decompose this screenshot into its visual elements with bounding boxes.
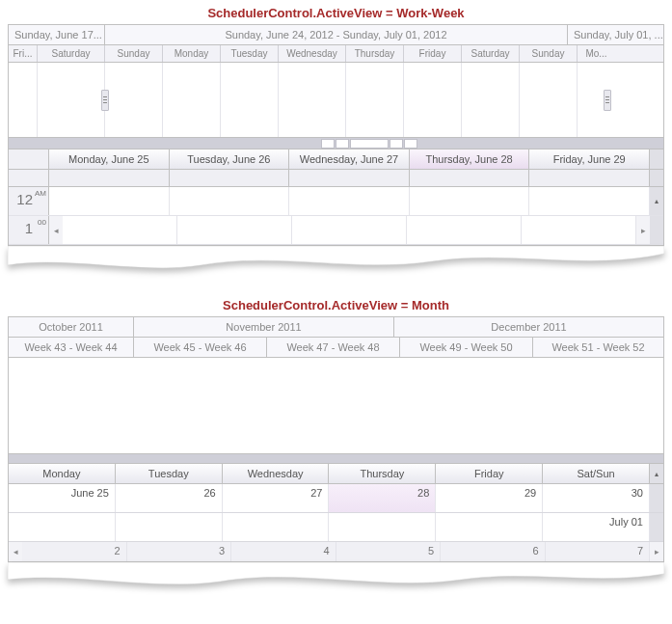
scrollbar-track[interactable] xyxy=(650,484,663,512)
month-row[interactable]: July 01 xyxy=(9,513,663,542)
month-range-cell[interactable]: November 2011 xyxy=(134,317,394,337)
month-cell[interactable] xyxy=(329,513,436,541)
month-cell[interactable]: 3 xyxy=(127,542,232,561)
workweek-day-header[interactable]: Tuesday, June 26 xyxy=(170,149,290,169)
month-cell[interactable]: 29 xyxy=(436,484,543,512)
month-day-header[interactable]: Monday xyxy=(9,464,116,483)
workweek-day-header[interactable]: Wednesday, June 27 xyxy=(289,149,410,169)
workweek-day-header[interactable]: Monday, June 25 xyxy=(49,149,170,169)
month-week-cell[interactable]: Week 49 - Week 50 xyxy=(400,338,533,357)
month-cell[interactable]: 30 xyxy=(543,484,650,512)
timeline-day-cell[interactable]: Thursday xyxy=(346,45,404,62)
month-cell[interactable]: 27 xyxy=(223,484,330,512)
month-cell[interactable]: 6 xyxy=(441,542,546,561)
timeline-body-cell[interactable] xyxy=(105,63,163,137)
scrollbar-track[interactable] xyxy=(650,216,663,244)
timeline-nav-fwd-button[interactable] xyxy=(404,139,417,149)
workweek-body-cell[interactable] xyxy=(289,187,410,215)
workweek-range-cell[interactable]: Sunday, June 24, 2012 - Sunday, July 01,… xyxy=(105,25,568,44)
month-prev-arrow[interactable]: ◂ xyxy=(9,542,22,561)
workweek-body-cell[interactable] xyxy=(407,216,522,244)
month-cell[interactable]: July 01 xyxy=(543,513,650,541)
workweek-time-grid[interactable]: 12AM▴100◂▸ xyxy=(9,187,663,245)
workweek-body-cell[interactable] xyxy=(522,216,636,244)
month-week-cell[interactable]: Week 47 - Week 48 xyxy=(267,338,400,357)
month-week-cell[interactable]: Week 51 - Week 52 xyxy=(533,338,663,357)
timeline-body-cell[interactable] xyxy=(346,63,404,137)
next-day-button[interactable]: ▸ xyxy=(636,216,650,244)
timeline-body-cell[interactable] xyxy=(279,63,346,137)
month-cell[interactable] xyxy=(223,513,330,541)
month-next-arrow[interactable]: ▸ xyxy=(650,542,663,561)
timeline-day-cell[interactable]: Sunday xyxy=(105,45,163,62)
workweek-allday-row[interactable] xyxy=(9,170,663,187)
month-range-cell[interactable]: December 2011 xyxy=(394,317,663,337)
workweek-range-cell[interactable]: Sunday, June 17... xyxy=(9,25,105,44)
timeline-resize-handle-right[interactable] xyxy=(604,90,611,111)
workweek-range-cell[interactable]: Sunday, July 01, ... xyxy=(568,25,663,44)
timeline-nav-prev-button[interactable] xyxy=(336,139,349,149)
prev-day-button[interactable]: ◂ xyxy=(49,216,63,244)
timeline-day-cell[interactable]: Mo... xyxy=(578,45,615,62)
workweek-body-cell[interactable] xyxy=(170,187,290,215)
workweek-body-cell[interactable] xyxy=(177,216,292,244)
month-day-header[interactable]: Tuesday xyxy=(116,464,223,483)
scroll-up-button[interactable]: ▴ xyxy=(650,464,663,483)
month-day-header[interactable]: Thursday xyxy=(329,464,436,483)
month-day-header[interactable]: Friday xyxy=(436,464,543,483)
workweek-body-cell[interactable] xyxy=(529,187,650,215)
month-week-cell[interactable]: Week 45 - Week 46 xyxy=(134,338,267,357)
timeline-resize-handle-left[interactable] xyxy=(101,90,109,111)
timeline-nav-thumb[interactable] xyxy=(350,139,389,149)
month-cell[interactable]: 28 xyxy=(329,484,436,512)
month-day-header[interactable]: Wednesday xyxy=(223,464,330,483)
workweek-allday-cell[interactable] xyxy=(529,170,650,186)
workweek-allday-cell[interactable] xyxy=(170,170,290,186)
month-cell[interactable]: 7 xyxy=(546,542,651,561)
timeline-day-cell[interactable]: Wednesday xyxy=(279,45,346,62)
workweek-allday-cell[interactable] xyxy=(49,170,170,186)
timeline-nav-back-button[interactable] xyxy=(321,139,335,149)
month-grid[interactable]: June 252627282930July 01 xyxy=(9,484,663,542)
month-cell[interactable]: 2 xyxy=(22,542,127,561)
month-day-header[interactable]: Sat/Sun xyxy=(543,464,650,483)
month-cell[interactable] xyxy=(9,513,116,541)
timeline-day-cell[interactable]: Sunday xyxy=(520,45,578,62)
workweek-time-row[interactable]: 100◂▸ xyxy=(9,216,663,245)
month-cell[interactable] xyxy=(116,513,223,541)
month-cell[interactable] xyxy=(436,513,543,541)
month-cell[interactable]: 26 xyxy=(116,484,223,512)
timeline-body-cell[interactable] xyxy=(462,63,520,137)
timeline-day-cell[interactable]: Tuesday xyxy=(221,45,279,62)
month-timeline-body[interactable] xyxy=(9,358,663,454)
month-range-cell[interactable]: October 2011 xyxy=(9,317,134,337)
timeline-body-cell[interactable] xyxy=(404,63,462,137)
month-cell[interactable]: 4 xyxy=(231,542,336,561)
workweek-body-cell[interactable] xyxy=(292,216,407,244)
timeline-day-cell[interactable]: Saturday xyxy=(462,45,520,62)
scroll-up-button[interactable]: ▴ xyxy=(650,187,663,215)
workweek-timeline-body[interactable] xyxy=(9,63,663,138)
timeline-body-cell[interactable] xyxy=(221,63,279,137)
workweek-day-header[interactable]: Thursday, June 28 xyxy=(410,149,530,169)
workweek-body-cell[interactable] xyxy=(63,216,177,244)
month-cell[interactable]: June 25 xyxy=(9,484,116,512)
timeline-body-cell[interactable] xyxy=(9,63,38,137)
month-cell[interactable]: 5 xyxy=(336,542,442,561)
timeline-day-cell[interactable]: Fri... xyxy=(9,45,38,62)
workweek-allday-cell[interactable] xyxy=(289,170,410,186)
workweek-allday-cell[interactable] xyxy=(410,170,530,186)
month-row[interactable]: June 252627282930 xyxy=(9,484,663,513)
month-footer-row[interactable]: ◂ 234567▸ xyxy=(9,542,663,561)
workweek-body-cell[interactable] xyxy=(410,187,530,215)
workweek-body-cell[interactable] xyxy=(49,187,170,215)
timeline-day-cell[interactable]: Monday xyxy=(163,45,221,62)
scrollbar-track[interactable] xyxy=(650,513,663,541)
timeline-nav-next-button[interactable] xyxy=(390,139,403,149)
timeline-body-cell[interactable] xyxy=(163,63,221,137)
workweek-time-row[interactable]: 12AM▴ xyxy=(9,187,663,216)
month-week-cell[interactable]: Week 43 - Week 44 xyxy=(9,338,134,357)
month-timeline-nav[interactable] xyxy=(9,454,663,464)
timeline-body-cell[interactable] xyxy=(38,63,105,137)
workweek-day-header[interactable]: Friday, June 29 xyxy=(529,149,650,169)
